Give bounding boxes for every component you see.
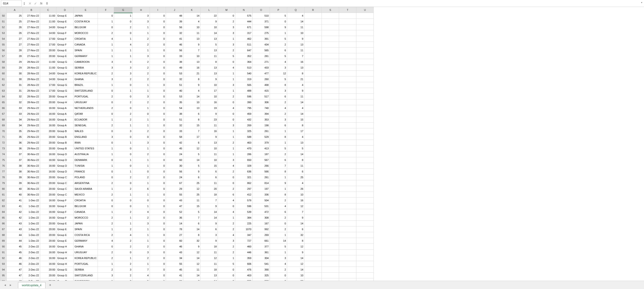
cell[interactable]: POLAND [74, 174, 98, 180]
cell[interactable]: 29-Nov-22 [23, 140, 40, 146]
cell[interactable]: 325 [252, 272, 270, 278]
cell[interactable] [304, 30, 322, 36]
row-header[interactable]: 56 [0, 48, 7, 53]
cell[interactable] [304, 146, 322, 152]
cell[interactable]: 36 [7, 146, 23, 152]
cell[interactable] [339, 244, 356, 250]
row-header[interactable]: 94 [0, 267, 7, 272]
cell[interactable]: 9 [183, 244, 200, 250]
cell[interactable]: 1-Dec-22 [23, 221, 40, 226]
cell[interactable]: 1 [270, 250, 287, 255]
cell[interactable] [322, 82, 339, 88]
cell[interactable] [322, 122, 339, 128]
cell[interactable]: 8 [270, 169, 287, 174]
cell[interactable]: 11 [183, 30, 200, 36]
cell[interactable]: Group E [56, 221, 74, 226]
cell[interactable]: 541 [252, 261, 270, 267]
cell[interactable]: 2 [218, 48, 235, 53]
cell[interactable]: 33 [7, 111, 23, 117]
cell[interactable]: 47 [7, 267, 23, 272]
cell[interactable]: 2 [218, 169, 235, 174]
cell[interactable] [356, 19, 374, 24]
cell[interactable]: 3 [270, 65, 287, 71]
cell[interactable]: 11 [200, 180, 218, 186]
cell[interactable]: COSTA RICA [74, 19, 98, 24]
cell[interactable] [339, 122, 356, 128]
cell[interactable]: 1 [98, 152, 114, 157]
cell[interactable]: ECUADOR [74, 117, 98, 122]
col-header-M[interactable]: M [218, 7, 235, 13]
cell[interactable]: 11 [287, 24, 304, 30]
cell[interactable]: 1 [98, 278, 114, 281]
cell[interactable]: 30-Nov-22 [23, 180, 40, 186]
cell[interactable]: 306 [252, 100, 270, 105]
cell[interactable]: 0 [218, 180, 235, 186]
cell[interactable]: 2 [98, 94, 114, 100]
cell[interactable] [339, 111, 356, 117]
cell[interactable]: 167 [252, 221, 270, 226]
cell[interactable]: 11:00 [40, 59, 56, 65]
cell[interactable]: 1 [218, 71, 235, 76]
cell[interactable]: 43 [7, 226, 23, 232]
cell[interactable]: 30-Nov-22 [23, 157, 40, 163]
cell[interactable]: 498 [252, 82, 270, 88]
cell[interactable]: 0 [114, 198, 132, 203]
row-header[interactable]: 88 [0, 232, 7, 238]
cell[interactable]: 9 [287, 88, 304, 94]
cell[interactable]: 2 [98, 30, 114, 36]
cell[interactable]: Group A [56, 117, 74, 122]
cell[interactable]: BELGIUM [74, 24, 98, 30]
cell[interactable]: 10 [200, 82, 218, 88]
cell[interactable] [304, 226, 322, 232]
cell[interactable]: 20:00 [40, 186, 56, 192]
cell[interactable]: 446 [235, 250, 252, 255]
next-sheet-icon[interactable]: ► [8, 284, 14, 287]
cell[interactable]: 0 [150, 146, 166, 152]
cell[interactable]: 377 [252, 244, 270, 250]
cell[interactable] [322, 244, 339, 250]
cell[interactable]: Group B [56, 134, 74, 140]
cell[interactable]: 1 [98, 48, 114, 53]
cell[interactable]: 6 [270, 122, 287, 128]
cell[interactable]: 8 [183, 232, 200, 238]
cell[interactable]: 27-Nov-22 [23, 53, 40, 59]
cell[interactable]: 20:00 [40, 140, 56, 146]
cell[interactable]: 2 [98, 122, 114, 128]
cell[interactable]: 578 [235, 198, 252, 203]
row-header[interactable]: 86 [0, 221, 7, 226]
cell[interactable]: BELGIUM [74, 203, 98, 209]
cell[interactable]: 1 [270, 128, 287, 134]
cell[interactable] [356, 226, 374, 232]
cell[interactable] [339, 215, 356, 221]
cell[interactable]: 18 [200, 244, 218, 250]
cell[interactable]: 53 [166, 94, 183, 100]
cell[interactable] [356, 272, 374, 278]
cell[interactable]: Group E [56, 232, 74, 238]
cell[interactable]: CAMEROON [74, 59, 98, 65]
cell[interactable]: 0 [270, 272, 287, 278]
cell[interactable]: 0 [218, 272, 235, 278]
cell[interactable]: 0 [150, 42, 166, 48]
col-header-J[interactable]: J [166, 7, 183, 13]
cell[interactable]: 0 [150, 221, 166, 226]
col-header-A[interactable]: A [7, 7, 23, 13]
cell[interactable]: 28 [7, 48, 23, 53]
cell[interactable]: 2 [218, 186, 235, 192]
cell[interactable]: 0 [114, 146, 132, 152]
cell[interactable]: 2 [114, 226, 132, 232]
cell[interactable]: 2 [132, 100, 150, 105]
cell[interactable]: 17 [183, 134, 200, 140]
cell[interactable]: 9 [270, 24, 287, 30]
cell[interactable]: 3 [132, 250, 150, 255]
cell[interactable] [304, 13, 322, 19]
cell[interactable]: Group A [56, 111, 74, 117]
cell[interactable] [356, 244, 374, 250]
cell[interactable] [339, 13, 356, 19]
cell[interactable]: MEXICO [74, 192, 98, 198]
cell[interactable]: 588 [235, 134, 252, 140]
cell[interactable] [339, 105, 356, 111]
cell[interactable] [322, 221, 339, 226]
cell[interactable]: 9 [183, 82, 200, 88]
cell[interactable]: 0 [150, 71, 166, 76]
cell[interactable]: 0 [114, 82, 132, 88]
